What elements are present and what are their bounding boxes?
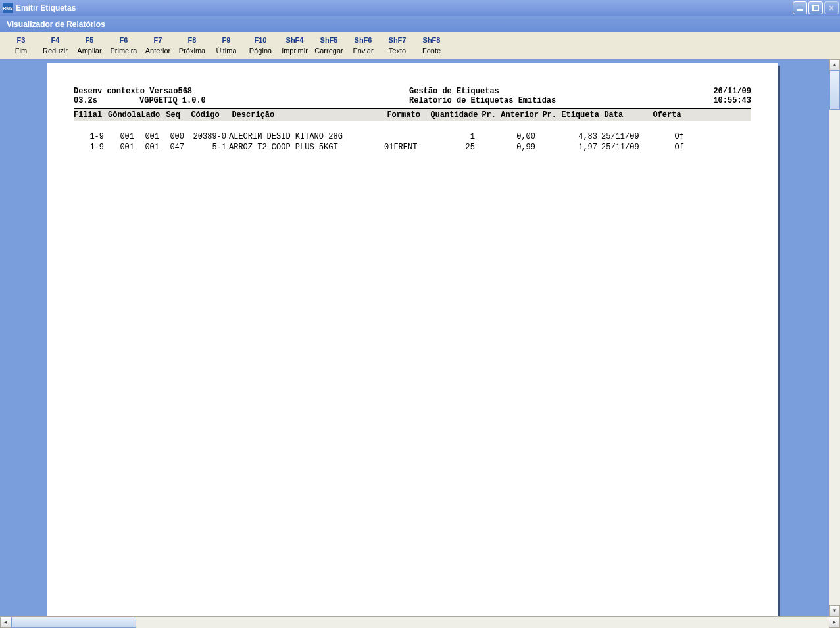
toolbar-texto[interactable]: ShF7Texto xyxy=(380,35,414,56)
toolbar-fonte[interactable]: ShF8Fonte xyxy=(414,35,449,56)
cell-seq: 047 xyxy=(163,143,188,152)
cell-gondola: 001 xyxy=(108,132,138,141)
toolbar-key: F8 xyxy=(178,36,207,44)
vertical-scrollbar[interactable]: ▲ ▼ xyxy=(829,59,840,616)
toolbar-label: Primeira xyxy=(109,47,138,55)
col-lado: Lado xyxy=(141,110,166,120)
col-data: Data xyxy=(604,110,653,120)
report-page: Desenv contexto Versao568 Gestão de Etiq… xyxy=(47,63,778,616)
toolbar-key: ShF5 xyxy=(314,36,343,44)
toolbar-key: F9 xyxy=(212,36,241,44)
col-codigo: Código xyxy=(191,110,232,120)
toolbar-enviar[interactable]: ShF6Enviar xyxy=(346,35,380,56)
column-header-row: Filial Gôndola Lado Seq Código Descrição… xyxy=(74,109,751,121)
toolbar-key: ShF4 xyxy=(280,36,309,44)
window-title: Emitir Etiquetas xyxy=(16,3,76,12)
cell-formato: 01FRENT xyxy=(384,143,428,152)
cell-formato xyxy=(384,132,428,141)
toolbar-label: Próxima xyxy=(178,47,207,55)
toolbar-key: F7 xyxy=(143,36,172,44)
table-row: 1-900100100020389-0ALECRIM DESID KITANO … xyxy=(74,132,751,142)
toolbar-key: F10 xyxy=(246,36,275,44)
toolbar-label: Enviar xyxy=(349,47,378,55)
toolbar-key: F6 xyxy=(109,36,138,44)
toolbar-key: ShF8 xyxy=(417,36,446,44)
toolbar-label: Reduzir xyxy=(41,47,70,55)
report-title: Gestão de Etiquetas xyxy=(245,87,672,96)
subtitle-text: Visualizador de Relatórios xyxy=(7,20,105,29)
toolbar-primeira[interactable]: F6Primeira xyxy=(107,35,141,56)
report-time: 10:55:43 xyxy=(672,96,751,105)
cell-pretq: 4,83 xyxy=(539,132,601,141)
col-gondola: Gôndola xyxy=(108,110,141,120)
toolbar-proxima[interactable]: F8Próxima xyxy=(175,35,209,56)
table-row: 1-90010010475-1ARROZ T2 COOP PLUS 5KGT01… xyxy=(74,142,751,153)
cell-filial: 1-9 xyxy=(74,132,108,141)
cell-oferta: Of xyxy=(650,143,684,152)
toolbar-key: ShF6 xyxy=(349,36,378,44)
toolbar-label: Ampliar xyxy=(75,47,104,55)
maximize-button[interactable] xyxy=(808,1,823,14)
toolbar-key: F3 xyxy=(7,36,36,44)
col-pr-anterior: Pr. Anterior xyxy=(482,110,542,120)
toolbar-key: ShF7 xyxy=(383,36,412,44)
cell-qtd: 1 xyxy=(428,132,479,141)
cell-codigo: 20389-0 xyxy=(188,132,229,141)
scroll-right-button[interactable]: ► xyxy=(829,617,840,628)
toolbar-ampliar[interactable]: F5Ampliar xyxy=(72,35,107,56)
cell-oferta: Of xyxy=(650,132,684,141)
svg-rect-0 xyxy=(797,9,803,11)
cell-pretq: 1,97 xyxy=(539,143,601,152)
vscroll-thumb[interactable] xyxy=(829,70,840,110)
toolbar-label: Fim xyxy=(7,47,36,55)
hscroll-track[interactable] xyxy=(11,617,829,628)
report-viewport: Desenv contexto Versao568 Gestão de Etiq… xyxy=(0,59,840,616)
cell-prant: 0,99 xyxy=(479,143,539,152)
cell-lado: 001 xyxy=(138,143,163,152)
scroll-left-button[interactable]: ◄ xyxy=(0,617,11,628)
cell-qtd: 25 xyxy=(428,143,479,152)
col-formato: Formato xyxy=(387,110,430,120)
vscroll-track[interactable] xyxy=(829,70,840,605)
toolbar-pagina[interactable]: F10Página xyxy=(243,35,278,56)
report-date: 26/11/09 xyxy=(672,87,751,96)
scroll-up-button[interactable]: ▲ xyxy=(829,59,840,70)
col-quantidade: Quantidade xyxy=(430,110,482,120)
report-version: 03.2s xyxy=(74,96,139,105)
program-id: VGPGETIQ 1.0.0 xyxy=(139,96,245,105)
toolbar-label: Última xyxy=(212,47,241,55)
minimize-button[interactable] xyxy=(793,1,807,14)
data-rows: 1-900100100020389-0ALECRIM DESID KITANO … xyxy=(74,132,751,153)
toolbar-reduzir[interactable]: F4Reduzir xyxy=(38,35,72,56)
cell-desc: ARROZ T2 COOP PLUS 5KGT xyxy=(229,143,384,152)
app-icon: RMS xyxy=(3,3,13,13)
col-descricao: Descrição xyxy=(232,110,387,120)
toolbar-carregar[interactable]: ShF5Carregar xyxy=(312,35,346,56)
svg-rect-1 xyxy=(813,5,818,11)
titlebar: RMS Emitir Etiquetas xyxy=(0,0,840,16)
toolbar-anterior[interactable]: F7Anterior xyxy=(141,35,175,56)
context-version: Desenv contexto Versao568 xyxy=(74,87,245,96)
close-button[interactable] xyxy=(824,1,839,14)
cell-prant: 0,00 xyxy=(479,132,539,141)
cell-desc: ALECRIM DESID KITANO 28G xyxy=(229,132,384,141)
cell-seq: 000 xyxy=(163,132,188,141)
window-controls xyxy=(793,1,839,14)
cell-codigo: 5-1 xyxy=(188,143,229,152)
toolbar-ultima[interactable]: F9Última xyxy=(209,35,243,56)
toolbar-fim[interactable]: F3Fim xyxy=(4,35,38,56)
page-container: Desenv contexto Versao568 Gestão de Etiq… xyxy=(5,63,816,616)
report-header-line2: 03.2s VGPGETIQ 1.0.0 Relatório de Etique… xyxy=(74,96,751,105)
hscroll-thumb[interactable] xyxy=(11,617,136,628)
col-filial: Filial xyxy=(74,110,108,120)
toolbar-label: Carregar xyxy=(314,47,343,55)
toolbar-label: Anterior xyxy=(143,47,172,55)
toolbar-imprimir[interactable]: ShF4Imprimir xyxy=(278,35,312,56)
scroll-down-button[interactable]: ▼ xyxy=(829,605,840,616)
horizontal-scrollbar[interactable]: ◄ ► xyxy=(0,616,840,628)
report-subtitle: Relatório de Etiquetas Emitidas xyxy=(245,96,672,105)
toolbar-label: Imprimir xyxy=(280,47,309,55)
cell-gondola: 001 xyxy=(108,143,138,152)
cell-filial: 1-9 xyxy=(74,143,108,152)
col-pr-etiqueta: Pr. Etiqueta xyxy=(542,110,604,120)
